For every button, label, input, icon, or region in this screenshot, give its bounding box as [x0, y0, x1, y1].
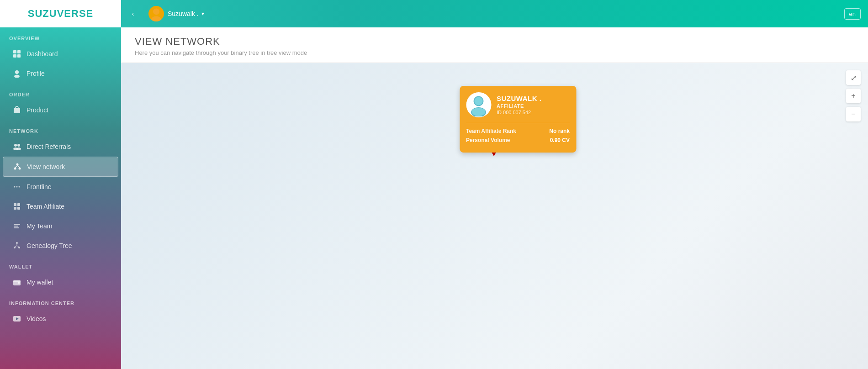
main-content: VIEW NETWORK Here you can navigate throu… [121, 27, 868, 369]
sidebar: OVERVIEW Dashboard Profile ORDER Prod [0, 27, 121, 369]
logo: SUZUVERSE [28, 8, 93, 20]
svg-point-7 [14, 75, 20, 78]
frontline-label: Frontline [26, 183, 51, 190]
svg-line-32 [15, 246, 17, 247]
my-team-icon [12, 221, 22, 231]
zoom-in-button[interactable]: + [846, 89, 861, 103]
genealogy-tree-icon [12, 241, 22, 251]
product-icon [12, 105, 22, 115]
user-name-label: Suzuwalk . [168, 10, 199, 17]
logo-part1: SUZU [28, 8, 57, 19]
svg-rect-21 [14, 203, 16, 206]
tree-area[interactable]: SUZUWALK . AFFILIATE ID 000 007 542 Team… [121, 63, 868, 369]
sidebar-section-info: INFORMATION CENTER Videos [0, 292, 121, 328]
volume-label: Personal Volume [466, 137, 510, 143]
rank-value: No rank [549, 128, 570, 134]
frontline-icon [12, 182, 22, 192]
svg-rect-2 [13, 50, 16, 53]
view-network-label: View network [27, 163, 65, 170]
svg-rect-22 [17, 203, 20, 206]
svg-rect-26 [14, 226, 18, 227]
section-label-order: ORDER [0, 84, 121, 100]
fullscreen-button[interactable]: ⤢ [846, 70, 861, 85]
sidebar-item-team-affiliate[interactable]: Team Affiliate [3, 197, 118, 216]
sidebar-item-profile[interactable]: Profile [3, 64, 118, 83]
sidebar-item-my-team[interactable]: My Team [3, 216, 118, 236]
sidebar-section-overview: OVERVIEW Dashboard Profile [0, 27, 121, 83]
videos-icon [12, 314, 22, 324]
team-affiliate-label: Team Affiliate [26, 203, 64, 210]
sidebar-item-direct-referrals[interactable]: Direct Referrals [3, 137, 118, 156]
my-team-label: My Team [26, 222, 53, 230]
node-stat-volume: Personal Volume 0.90 CV [466, 137, 570, 143]
page-title: VIEW NETWORK [135, 36, 854, 47]
node-card: SUZUWALK . AFFILIATE ID 000 007 542 Team… [460, 86, 576, 153]
svg-point-12 [16, 148, 21, 150]
direct-referrals-icon [12, 142, 22, 152]
direct-referrals-label: Direct Referrals [26, 143, 71, 150]
svg-point-1 [151, 16, 161, 21]
page-subtitle: Here you can navigate through your binar… [135, 49, 854, 56]
tree-controls: ⤢ + − [846, 70, 861, 121]
sidebar-section-order: ORDER Product [0, 84, 121, 120]
node-avatar [466, 92, 491, 117]
svg-line-16 [15, 166, 17, 168]
svg-point-10 [17, 144, 20, 147]
svg-rect-36 [18, 282, 20, 284]
rank-label: Team Affiliate Rank [466, 128, 516, 134]
node-info: SUZUWALK . AFFILIATE ID 000 007 542 [497, 95, 570, 115]
sidebar-item-videos[interactable]: Videos [3, 309, 118, 328]
svg-point-42 [472, 107, 485, 116]
svg-point-14 [14, 168, 16, 170]
sidebar-item-product[interactable]: Product [3, 100, 118, 120]
section-label-info: INFORMATION CENTER [0, 292, 121, 309]
section-label-overview: OVERVIEW [0, 27, 121, 44]
svg-line-33 [17, 246, 19, 247]
sidebar-item-frontline[interactable]: Frontline [3, 177, 118, 196]
my-wallet-label: My wallet [26, 279, 53, 286]
node-role: AFFILIATE [497, 103, 570, 109]
svg-point-15 [19, 168, 21, 170]
svg-rect-4 [13, 54, 16, 58]
collapse-sidebar-button[interactable]: ‹ [125, 5, 141, 22]
user-menu[interactable]: Suzuwalk . ▾ [141, 6, 212, 21]
node-card-top: SUZUWALK . AFFILIATE ID 000 007 542 [466, 92, 570, 117]
sidebar-item-dashboard[interactable]: Dashboard [3, 44, 118, 63]
svg-rect-3 [17, 50, 21, 53]
page-header: VIEW NETWORK Here you can navigate throu… [121, 27, 868, 63]
product-label: Product [26, 106, 48, 114]
zoom-out-button[interactable]: − [846, 107, 861, 121]
avatar-icon [148, 6, 164, 21]
svg-rect-24 [17, 207, 20, 210]
svg-point-9 [14, 144, 17, 147]
profile-icon [12, 69, 22, 79]
sidebar-section-wallet: WALLET My wallet [0, 256, 121, 292]
language-button[interactable]: en [844, 8, 861, 20]
node-divider [466, 123, 570, 123]
logo-area: SUZUVERSE [0, 0, 121, 27]
node-stat-rank: Team Affiliate Rank No rank [466, 128, 570, 134]
svg-rect-35 [13, 280, 21, 282]
section-label-network: NETWORK [0, 120, 121, 137]
svg-point-41 [474, 97, 482, 105]
svg-point-20 [19, 186, 20, 188]
sidebar-item-my-wallet[interactable]: My wallet [3, 273, 118, 292]
node-avatar-icon [467, 94, 490, 116]
svg-rect-5 [17, 54, 21, 58]
logo-part2: VERSE [57, 8, 94, 19]
section-label-wallet: WALLET [0, 256, 121, 272]
sidebar-section-network: NETWORK Direct Referrals View network Fr… [0, 120, 121, 255]
header-left: SUZUVERSE ‹ Suzuwalk . ▾ [0, 0, 212, 27]
team-affiliate-icon [12, 201, 22, 211]
svg-point-18 [14, 186, 16, 188]
profile-label: Profile [26, 70, 45, 77]
sidebar-item-genealogy-tree[interactable]: Genealogy Tree [3, 236, 118, 255]
top-header: SUZUVERSE ‹ Suzuwalk . ▾ en [0, 0, 868, 27]
svg-point-6 [15, 70, 19, 74]
genealogy-tree-label: Genealogy Tree [26, 242, 72, 249]
node-name: SUZUWALK . [497, 95, 570, 102]
node-id: ID 000 007 542 [497, 110, 570, 115]
view-network-icon [12, 162, 22, 172]
sidebar-item-view-network[interactable]: View network [3, 157, 118, 177]
svg-line-17 [17, 166, 20, 168]
